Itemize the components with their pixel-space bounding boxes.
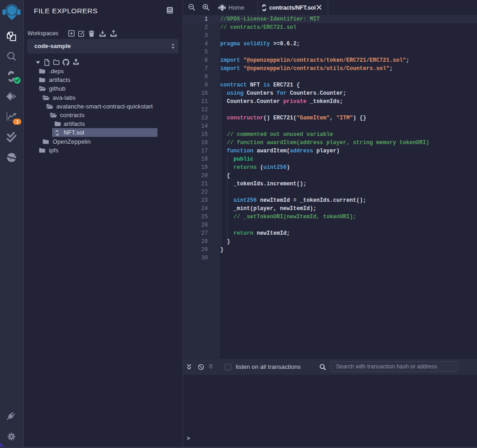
svg-text:1: 1 [16,119,19,124]
